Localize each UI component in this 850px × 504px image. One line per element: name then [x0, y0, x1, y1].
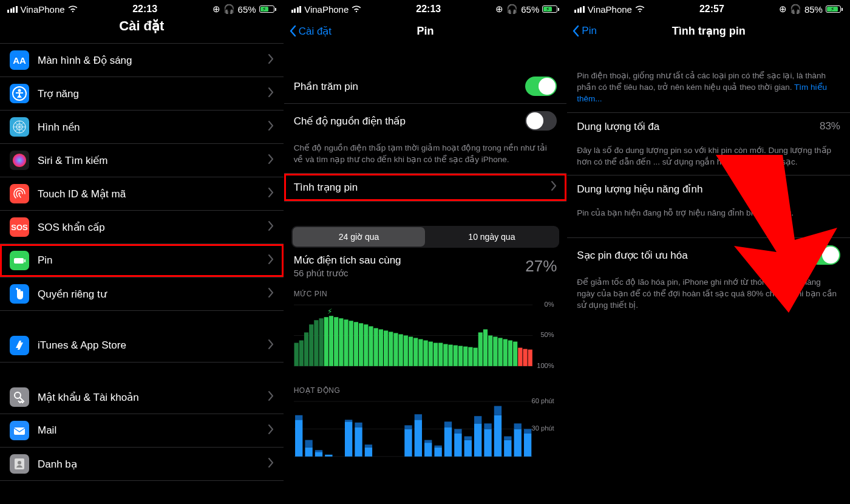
clock-label: 22:13	[132, 4, 157, 15]
row-label: Trợ năng	[38, 87, 268, 100]
svg-rect-44	[413, 338, 418, 366]
appstore-icon	[10, 336, 29, 355]
row-label: Phần trăm pin	[294, 80, 358, 93]
svg-rect-74	[295, 420, 302, 457]
back-label: Cài đặt	[299, 25, 332, 38]
back-button[interactable]: Cài đặt	[284, 25, 345, 38]
svg-rect-116	[504, 440, 511, 456]
chevron-right-icon	[268, 87, 274, 100]
back-button[interactable]: Pin	[567, 25, 628, 37]
segment-24h[interactable]: 24 giờ qua	[293, 227, 426, 247]
svg-rect-21	[299, 340, 303, 366]
svg-rect-8	[24, 259, 25, 262]
alarm-icon: ⊕	[779, 4, 787, 15]
row-label: Siri & Tìm kiếm	[38, 154, 268, 167]
segment-10d[interactable]: 10 ngày qua	[425, 227, 558, 247]
settings-row-hand[interactable]: Quyền riêng tư	[0, 278, 284, 311]
battery-icon: ⚡︎	[542, 5, 559, 13]
signal-icon	[291, 6, 302, 13]
svg-rect-86	[355, 427, 362, 456]
time-range-segmented[interactable]: 24 giờ qua 10 ngày qua	[291, 226, 560, 248]
battery-percentage-row[interactable]: Phần trăm pin	[284, 69, 567, 104]
row-label: Pin	[38, 254, 268, 267]
svg-rect-97	[404, 425, 412, 429]
svg-rect-48	[433, 342, 438, 366]
last-charge-sub: 56 phút trước	[294, 268, 401, 279]
svg-rect-121	[524, 429, 531, 434]
svg-rect-32	[353, 322, 358, 366]
touch-icon	[10, 184, 29, 203]
svg-rect-87	[355, 423, 362, 427]
svg-rect-52	[453, 345, 457, 366]
svg-rect-42	[403, 335, 407, 366]
svg-rect-22	[304, 332, 308, 366]
svg-rect-119	[514, 423, 521, 429]
row-label: Quyền riêng tư	[38, 288, 268, 301]
hand-icon	[10, 284, 29, 304]
max-capacity-value: 83%	[820, 120, 840, 132]
svg-rect-56	[473, 347, 477, 366]
settings-row-display[interactable]: AAMàn hình & Độ sáng	[0, 44, 284, 77]
svg-rect-103	[434, 445, 441, 447]
low-power-note: Chế độ nguồn điện thấp tạm thời giảm hoạ…	[284, 138, 567, 173]
svg-rect-59	[488, 335, 492, 366]
chevron-right-icon	[268, 188, 274, 200]
settings-row-touch[interactable]: Touch ID & Mật mã	[0, 177, 284, 211]
svg-text:100%: 100%	[537, 362, 554, 369]
settings-row-sos[interactable]: SOSSOS khẩn cấp	[0, 211, 284, 244]
battery-icon: ⚡︎	[259, 5, 276, 13]
settings-row-appstore[interactable]: iTunes & App Store	[0, 329, 284, 363]
chevron-right-icon	[268, 154, 274, 166]
svg-rect-33	[359, 323, 363, 366]
svg-rect-24	[314, 320, 318, 366]
svg-rect-112	[484, 429, 491, 456]
chevron-right-icon	[268, 424, 274, 437]
svg-rect-29	[339, 318, 343, 366]
low-power-row[interactable]: Chế độ nguồn điện thấp	[284, 104, 567, 138]
svg-rect-67	[528, 349, 532, 366]
toggle-switch[interactable]	[525, 77, 557, 96]
carrier-label: VinaPhone	[21, 4, 65, 15]
svg-rect-117	[504, 436, 511, 440]
svg-rect-58	[483, 329, 488, 366]
svg-rect-96	[404, 429, 412, 456]
svg-rect-23	[309, 324, 313, 366]
settings-row-access[interactable]: Trợ năng	[0, 77, 284, 111]
svg-rect-28	[334, 317, 338, 366]
svg-rect-107	[454, 429, 461, 434]
clock-label: 22:13	[416, 4, 441, 15]
svg-rect-111	[474, 416, 481, 423]
toggle-switch[interactable]	[525, 111, 557, 131]
battery-pct-label: 65%	[521, 4, 539, 15]
svg-rect-40	[393, 333, 398, 366]
svg-rect-41	[398, 334, 403, 366]
settings-row-mail[interactable]: Mail	[0, 414, 284, 448]
svg-rect-46	[423, 340, 427, 366]
settings-row-siri[interactable]: Siri & Tìm kiếm	[0, 144, 284, 177]
screen-settings: VinaPhone 22:13 ⊕ 🎧 65% ⚡︎ Cài đặt AAMàn…	[0, 0, 284, 504]
annotation-arrow-icon	[716, 155, 843, 313]
settings-row-wall[interactable]: Hình nền	[0, 111, 284, 144]
chevron-right-icon	[268, 458, 274, 470]
svg-rect-84	[345, 421, 352, 456]
svg-rect-99	[414, 414, 421, 420]
carrier-label: VinaPhone	[304, 4, 348, 15]
settings-row-key[interactable]: Mật khẩu & Tài khoản	[0, 381, 284, 414]
battery-pct-label: 85%	[804, 4, 823, 15]
svg-rect-78	[314, 452, 322, 457]
settings-row-batt[interactable]: Pin	[0, 244, 284, 278]
last-charge-block: Mức điện tích sau cùng 56 phút trước 27%…	[284, 254, 567, 466]
battery-health-row[interactable]: Tình trạng pin	[284, 173, 567, 202]
carrier-label: VinaPhone	[588, 4, 632, 15]
svg-rect-109	[464, 436, 471, 440]
svg-rect-27	[329, 316, 333, 366]
svg-rect-105	[444, 421, 451, 427]
svg-rect-39	[389, 332, 393, 366]
svg-text:AA: AA	[13, 55, 26, 66]
settings-row-contact[interactable]: Danh bạ	[0, 448, 284, 481]
contact-icon	[10, 454, 29, 474]
svg-rect-63	[508, 340, 512, 366]
status-bar: VinaPhone 22:13 ⊕ 🎧 65% ⚡︎	[0, 0, 284, 17]
svg-rect-76	[305, 447, 312, 456]
row-label: Dung lượng tối đa	[577, 120, 659, 133]
